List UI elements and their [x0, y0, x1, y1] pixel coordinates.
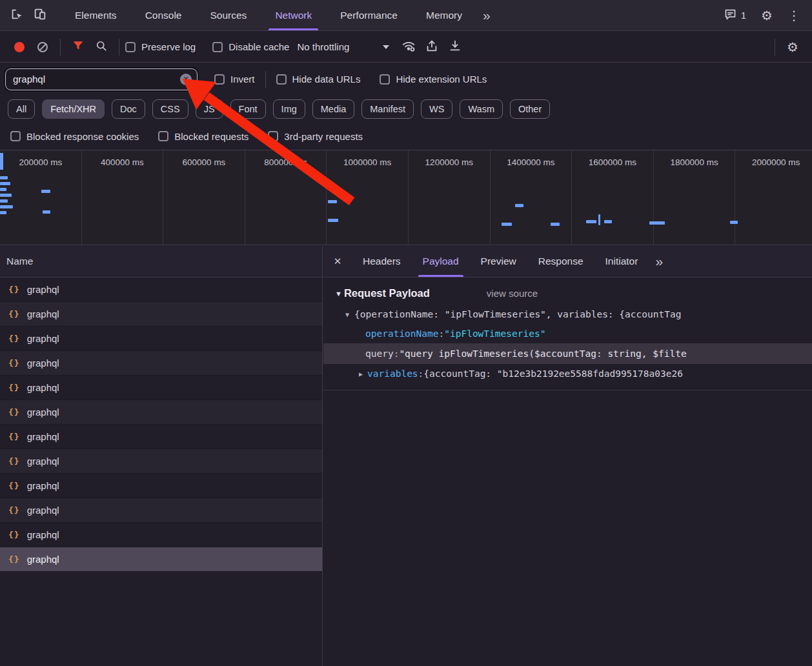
import-har-button[interactable]	[443, 35, 467, 59]
payload-root-row[interactable]: ▼ {operationName: "ipFlowTimeseries", va…	[323, 305, 812, 324]
device-toolbar-button[interactable]	[28, 4, 52, 27]
name-column-header[interactable]: Name	[0, 246, 322, 278]
divider	[265, 71, 266, 88]
clear-filter-button[interactable]: ✕	[180, 74, 192, 85]
request-row[interactable]: {}graphql	[0, 376, 322, 400]
tab-label: Performance	[340, 10, 398, 21]
request-row[interactable]: {}graphql	[0, 474, 322, 498]
requests-rows: {}graphql {}graphql {}graphql {}graphql …	[0, 278, 322, 572]
request-row[interactable]: {}graphql	[0, 498, 322, 523]
chip-label: Font	[239, 104, 258, 114]
json-braces-icon: {}	[8, 505, 20, 515]
hide-extension-urls-checkbox[interactable]: Hide extension URLs	[380, 74, 487, 85]
disable-cache-label: Disable cache	[228, 41, 289, 52]
tab-performance[interactable]: Performance	[326, 0, 412, 30]
download-icon	[448, 39, 462, 56]
json-braces-icon: {}	[8, 432, 20, 441]
chip-wasm[interactable]: Wasm	[460, 99, 503, 119]
record-network-log-button[interactable]	[8, 35, 31, 59]
tab-payload[interactable]: Payload	[412, 246, 470, 277]
main-menu-button[interactable]: ⋮	[782, 4, 806, 27]
tab-preview[interactable]: Preview	[470, 246, 527, 277]
export-har-button[interactable]	[420, 35, 443, 59]
more-tabs-chevron-icon[interactable]: »	[476, 8, 496, 23]
view-source-link[interactable]: view source	[487, 288, 538, 299]
request-row[interactable]: {}graphql	[0, 523, 322, 547]
chip-css[interactable]: CSS	[152, 99, 188, 119]
filter-input[interactable]	[6, 74, 197, 85]
payload-entry-variables[interactable]: ▶ variables: {accountTag: "b12e3b2192ee5…	[323, 364, 812, 383]
clear-icon	[37, 42, 48, 52]
chip-all[interactable]: All	[8, 99, 35, 119]
settings-button[interactable]: ⚙	[755, 4, 778, 27]
chip-doc[interactable]: Doc	[112, 99, 145, 119]
payload-entry-operationname[interactable]: operationName: "ipFlowTimeseries"	[323, 324, 812, 343]
filter-toggle-button[interactable]	[66, 35, 90, 59]
request-row[interactable]: {}graphql	[0, 278, 322, 302]
payload-entry-query[interactable]: query: "query ipFlowTimeseries($accountT…	[323, 343, 812, 364]
request-name: graphql	[27, 382, 59, 393]
chip-label: Doc	[120, 104, 137, 114]
chip-other[interactable]: Other	[510, 99, 550, 119]
key-value-separator: :	[439, 328, 445, 339]
throttling-select[interactable]: No throttling	[289, 41, 397, 52]
search-icon	[95, 39, 108, 55]
chip-js[interactable]: JS	[196, 99, 223, 119]
chip-media[interactable]: Media	[312, 99, 355, 119]
third-party-requests-checkbox[interactable]: 3rd-party requests	[268, 131, 363, 142]
tab-label: Headers	[363, 256, 401, 267]
timeline-request-bar	[328, 200, 337, 203]
invert-checkbox[interactable]: Invert	[214, 74, 255, 85]
timeline-request-bar	[604, 220, 612, 223]
blocked-requests-checkbox[interactable]: Blocked requests	[158, 131, 249, 142]
chip-ws[interactable]: WS	[421, 99, 452, 119]
request-row[interactable]: {}graphql	[0, 400, 322, 425]
tab-sources[interactable]: Sources	[196, 0, 261, 30]
chip-img[interactable]: Img	[273, 99, 305, 119]
triangle-down-icon[interactable]: ▼	[345, 311, 349, 318]
json-value: {accountTag: "b12e3b2192ee5588fdad995178…	[423, 368, 683, 379]
upload-icon	[425, 39, 439, 56]
request-name: graphql	[27, 284, 59, 295]
hide-data-urls-checkbox[interactable]: Hide data URLs	[276, 74, 361, 85]
timeline-request-bar	[730, 221, 738, 224]
close-details-button[interactable]: ✕	[323, 246, 352, 277]
triangle-right-icon[interactable]: ▶	[359, 370, 363, 378]
timeline-overview[interactable]: 200000 ms 400000 ms 600000 ms 800000 ms …	[0, 150, 812, 245]
search-button[interactable]	[90, 35, 113, 59]
request-row[interactable]: {}graphql	[0, 302, 322, 327]
disable-cache-checkbox[interactable]: Disable cache	[212, 41, 289, 52]
network-settings-button[interactable]: ⚙	[781, 35, 804, 59]
triangle-down-icon[interactable]: ▼	[335, 290, 342, 298]
tab-elements[interactable]: Elements	[61, 0, 131, 30]
tab-console[interactable]: Console	[131, 0, 196, 30]
clear-network-log-button[interactable]	[31, 35, 54, 59]
request-name: graphql	[27, 407, 59, 418]
chip-font[interactable]: Font	[230, 99, 266, 119]
preserve-log-checkbox[interactable]: Preserve log	[125, 41, 196, 52]
blocked-response-cookies-checkbox[interactable]: Blocked response cookies	[10, 131, 139, 142]
tab-response[interactable]: Response	[527, 246, 594, 277]
tab-network[interactable]: Network	[261, 0, 326, 30]
console-messages-button[interactable]: 1	[718, 8, 751, 23]
tab-initiator[interactable]: Initiator	[594, 246, 649, 277]
request-row[interactable]: {}graphql	[0, 351, 322, 376]
json-braces-icon: {}	[8, 383, 20, 392]
request-row-selected[interactable]: {}graphql	[0, 547, 322, 572]
network-conditions-button[interactable]	[397, 35, 420, 59]
request-row[interactable]: {}graphql	[0, 327, 322, 351]
more-details-tabs-chevron-icon[interactable]: »	[649, 254, 668, 269]
tab-memory[interactable]: Memory	[412, 0, 476, 30]
request-row[interactable]: {}graphql	[0, 425, 322, 449]
chip-fetch-xhr[interactable]: Fetch/XHR	[42, 99, 105, 119]
filter-input-box: ✕	[5, 68, 198, 90]
request-row[interactable]: {}graphql	[0, 449, 322, 474]
tab-headers[interactable]: Headers	[352, 246, 412, 277]
inspect-element-button[interactable]	[5, 4, 28, 27]
chip-manifest[interactable]: Manifest	[361, 99, 414, 119]
hide-data-urls-label: Hide data URLs	[292, 74, 361, 85]
timeline-request-bar	[515, 204, 523, 207]
funnel-icon	[72, 39, 85, 55]
close-icon: ✕	[334, 256, 342, 267]
json-braces-icon: {}	[8, 309, 20, 319]
